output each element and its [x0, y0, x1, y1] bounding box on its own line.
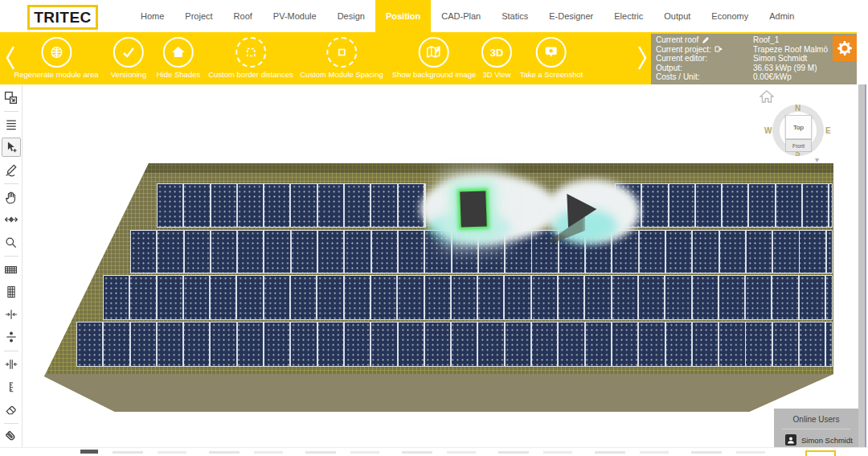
compass-east[interactable]: E — [825, 126, 831, 135]
info-label: Costs / Unit: — [656, 72, 753, 82]
layers-tool[interactable] — [2, 88, 21, 107]
gear-icon — [837, 40, 853, 56]
toolbar-button-label: Custom border distances — [208, 70, 293, 79]
main-menu: Home Project Roof PV-Module Design Posit… — [130, 0, 805, 32]
show-background-image-button[interactable]: Show background image — [392, 37, 477, 79]
ruler-tool[interactable] — [2, 377, 21, 396]
nav-project[interactable]: Project — [174, 0, 223, 32]
sidebar-divider — [4, 351, 18, 351]
draw-tool[interactable] — [2, 160, 21, 179]
take-screenshot-button[interactable]: Take a Screenshot — [520, 37, 583, 79]
nav-position[interactable]: Position — [375, 0, 431, 32]
switch-project-icon[interactable] — [714, 45, 723, 53]
compass-north[interactable]: N — [795, 104, 800, 113]
toolbar-button-label: Take a Screenshot — [520, 70, 583, 79]
view-front-button[interactable]: Front — [785, 139, 812, 152]
column-spacing-tool[interactable] — [2, 355, 21, 374]
sidebar-divider — [4, 423, 18, 424]
nav-cad-plan[interactable]: CAD-Plan — [431, 0, 491, 32]
nav-e-designer[interactable]: E-Designer — [538, 0, 604, 32]
info-row: Output: 36.63 kWp (99 M) — [656, 64, 852, 73]
module-row-4[interactable] — [76, 322, 833, 367]
nav-home[interactable]: Home — [130, 0, 174, 32]
map-icon — [419, 37, 449, 68]
sidebar-divider — [4, 111, 18, 112]
module-grid-tool[interactable] — [2, 282, 21, 302]
info-label: Current roof — [656, 35, 698, 45]
nav-admin[interactable]: Admin — [759, 0, 805, 32]
magnet-snap-tool[interactable] — [2, 427, 21, 446]
toolbar-button-label: Show background image — [392, 70, 477, 79]
online-users-title: Online Users — [774, 409, 858, 424]
sidebar-divider — [4, 183, 18, 184]
dashed-border-icon — [235, 37, 266, 68]
roof-design-canvas[interactable]: N E S W Top Front ▾ — [23, 84, 868, 447]
module-row-3[interactable] — [103, 275, 833, 320]
eraser-tool[interactable] — [2, 400, 21, 419]
app-window: TRITEC Home Project Roof PV-Module Desig… — [0, 0, 868, 456]
check-icon — [113, 37, 144, 68]
info-label: Output: — [656, 64, 753, 73]
toolbar-button-label: Custom Module Spacing — [300, 70, 383, 79]
module-row-1-left[interactable] — [157, 183, 426, 228]
nav-output[interactable]: Output — [653, 0, 701, 32]
edit-roof-icon[interactable] — [702, 36, 710, 44]
toolbar-corner-spacer — [857, 32, 868, 84]
versioning-button[interactable]: Versioning — [111, 37, 146, 79]
3d-icon: 3D — [481, 37, 512, 68]
chevron-down-icon[interactable]: ▾ — [815, 155, 819, 164]
compass-west[interactable]: W — [764, 126, 772, 135]
module-row-1-right[interactable] — [615, 183, 833, 228]
tritec-logo[interactable]: TRITEC — [27, 5, 98, 30]
vertical-scrollbar[interactable] — [858, 84, 866, 456]
info-label: Current editor: — [656, 54, 753, 64]
nav-economy[interactable]: Economy — [701, 0, 759, 32]
toolbar-button-label: Regenerate module area — [14, 70, 98, 79]
regenerate-module-area-button[interactable]: Regenerate module area — [14, 37, 98, 79]
status-bar-text-fragments — [113, 451, 788, 454]
info-row: Current roof Roof_1 — [656, 35, 852, 45]
user-avatar-icon — [785, 434, 796, 446]
nav-pv-module[interactable]: PV-Module — [263, 0, 327, 32]
tritec-watermark — [805, 450, 836, 456]
custom-border-distances-button[interactable]: Custom border distances — [208, 37, 293, 79]
list-tool[interactable] — [2, 115, 21, 134]
toolbar-scroll-right-icon[interactable] — [635, 43, 649, 72]
shade-object-square[interactable] — [460, 191, 487, 227]
info-value: 36.63 kWp (99 M) — [753, 64, 852, 73]
online-user-name: Simon Schmidt — [801, 436, 853, 445]
info-value: 0.00€/kWp — [753, 72, 852, 82]
settings-button[interactable] — [833, 35, 857, 61]
nav-roof[interactable]: Roof — [223, 0, 263, 32]
nav-design[interactable]: Design — [327, 0, 375, 32]
sidebar-divider — [4, 256, 18, 257]
top-nav: TRITEC Home Project Roof PV-Module Desig… — [0, 0, 868, 32]
nav-electric[interactable]: Electric — [604, 0, 653, 32]
status-bar — [0, 447, 868, 456]
toolbar-button-label: 3D View — [482, 70, 510, 79]
status-bar-fragment — [80, 450, 98, 454]
toolbar-button-label: Versioning — [111, 70, 146, 79]
zoom-tool[interactable] — [2, 232, 21, 252]
keyboard-grid-tool[interactable] — [2, 260, 21, 279]
select-move-tool[interactable] — [2, 138, 21, 157]
house-icon — [163, 37, 194, 68]
current-roof-info-panel: Current roof Roof_1 Current project: Tra… — [651, 34, 857, 84]
info-row: Current project: Trapeze Roof Malmö — [656, 45, 852, 55]
home-view-icon[interactable] — [760, 90, 774, 103]
info-row: Costs / Unit: 0.00€/kWp — [656, 72, 852, 82]
horizontal-spacing-tool[interactable] — [2, 305, 21, 324]
hand-pan-tool[interactable] — [2, 187, 21, 207]
hide-shades-button[interactable]: Hide Shades — [157, 37, 200, 79]
roof-top-edge — [23, 163, 868, 173]
camera-bubble-icon — [536, 37, 567, 68]
nav-statics[interactable]: Statics — [491, 0, 538, 32]
view-top-button[interactable]: Top — [785, 115, 812, 139]
3d-view-button[interactable]: 3D 3D View — [481, 37, 512, 79]
custom-module-spacing-button[interactable]: Custom Module Spacing — [300, 37, 383, 79]
toolbar-button-label: Hide Shades — [157, 70, 200, 79]
move-view-tool[interactable] — [2, 210, 21, 229]
regenerate-icon — [41, 37, 72, 68]
online-user-row[interactable]: Simon Schmidt — [774, 429, 858, 446]
vertical-spacing-tool[interactable] — [2, 327, 21, 347]
